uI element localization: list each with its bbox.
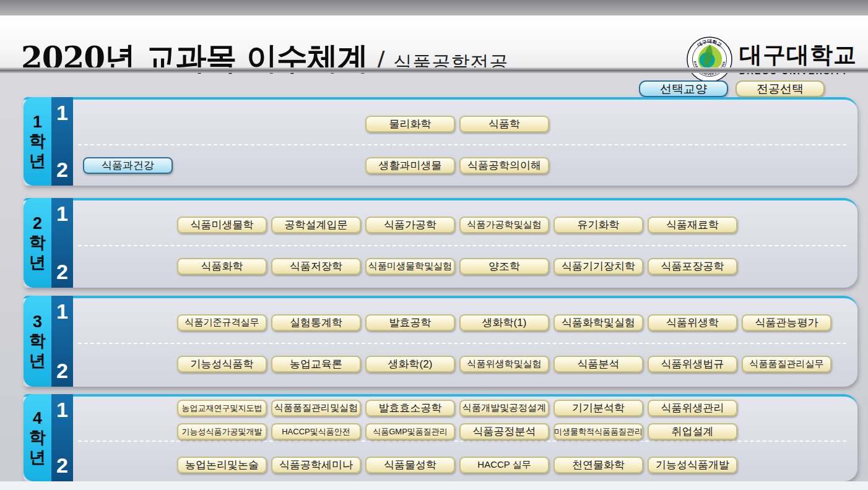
university-name-korean: 대구대학교: [739, 43, 857, 67]
semester-1-number: 1: [51, 101, 73, 125]
course-button[interactable]: 기기분석학: [553, 400, 643, 416]
course-button[interactable]: 식품위생학: [648, 314, 737, 331]
semester-column: 12: [51, 296, 73, 387]
semester-1-number: 1: [51, 202, 73, 226]
course-button[interactable]: 기능성식품개발: [648, 457, 737, 473]
course-button[interactable]: 식품화학: [177, 258, 267, 275]
course-button[interactable]: 발효효소공학: [365, 400, 455, 416]
semester-1-number: 1: [51, 398, 73, 422]
course-button[interactable]: 식품공학의이해: [459, 157, 549, 174]
course-button[interactable]: 식품GMP및품질관리: [365, 423, 455, 440]
year-3-label: 3학년: [24, 296, 51, 387]
course-button[interactable]: 식품과건강: [83, 157, 173, 174]
course-button[interactable]: 미생물학적식품품질관리: [553, 423, 643, 440]
course-button[interactable]: 천연물화학: [553, 457, 643, 473]
semester-2-number: 2: [51, 359, 73, 383]
course-button[interactable]: 식품품질관리실무: [742, 356, 831, 372]
semester-2-number: 2: [51, 260, 73, 284]
footer-strip: [0, 481, 868, 490]
year-label-char: 년: [29, 254, 46, 271]
semester-divider: [78, 343, 846, 344]
course-button[interactable]: 생화학(2): [365, 356, 455, 372]
course-button[interactable]: 식품위생관리: [648, 400, 737, 416]
legend-major-button[interactable]: 전공선택: [736, 80, 825, 97]
course-button[interactable]: 식품저장학: [271, 258, 361, 275]
course-button[interactable]: 기능성식품가공및개발: [177, 423, 267, 440]
year-label-char: 1: [33, 113, 42, 131]
course-button[interactable]: 농업논리및논술: [177, 457, 267, 473]
year-label-char: 학: [29, 234, 46, 251]
year-label-char: 학: [29, 429, 46, 446]
year-2-label: 2학년: [24, 198, 51, 288]
course-button[interactable]: 실험통계학: [271, 314, 361, 331]
course-button[interactable]: HACCP 실무: [459, 457, 549, 473]
university-logo: 대구대학교 DAEGU UNIVERSITY 1956 대구대학교 DAEGU …: [686, 36, 857, 83]
year-4-label: 4학년: [24, 394, 51, 481]
course-button[interactable]: 식품품질관리및실험: [271, 400, 361, 416]
top-gray-bar: [0, 0, 868, 15]
year-1-label: 1학년: [24, 97, 51, 186]
course-button[interactable]: 공학설계입문: [271, 217, 361, 233]
course-button[interactable]: 식품학: [459, 116, 549, 132]
year-block-2: 2학년12식품미생물학공학설계입문식품가공학식품가공학및실험유기화학식품재료학식…: [24, 198, 857, 288]
slide-page: 2020년 교과목 이수체계 / 식품공학전공 대구대학교 DAEGU UNIV…: [0, 0, 868, 490]
year-label-char: 학: [29, 332, 46, 350]
course-button[interactable]: 물리화학: [365, 116, 455, 132]
semester-1-number: 1: [51, 299, 73, 324]
course-button[interactable]: 식품가공학및실험: [459, 217, 549, 233]
course-button[interactable]: 식품개발및공정설계: [459, 400, 549, 416]
semester-column: 12: [51, 198, 73, 288]
course-button[interactable]: 식품재료학: [648, 217, 737, 233]
course-button[interactable]: 식품미생물학및실험: [365, 258, 455, 275]
course-button[interactable]: 식품미생물학: [177, 217, 267, 233]
course-button[interactable]: 식품기준규격실무: [177, 314, 267, 331]
course-button[interactable]: 취업설계: [648, 423, 737, 440]
semester-2-number: 2: [51, 158, 73, 182]
year-label-char: 년: [29, 449, 46, 466]
year-label-char: 년: [29, 352, 46, 369]
course-button[interactable]: 생활과미생물: [365, 157, 455, 174]
semester-divider: [78, 245, 846, 246]
course-button[interactable]: 기능성식품학: [177, 356, 267, 372]
course-button[interactable]: 식품포장공학: [648, 258, 737, 275]
course-button[interactable]: 식품공정분석: [459, 423, 549, 440]
year-label-char: 3: [33, 313, 42, 330]
year-label-char: 4: [33, 410, 42, 427]
course-button[interactable]: 양조학: [459, 258, 549, 275]
semester-column: 12: [51, 394, 73, 481]
course-button[interactable]: 식품관능평가: [742, 314, 831, 331]
year-label-char: 2: [33, 215, 42, 232]
semester-divider: [78, 441, 846, 442]
course-button[interactable]: 식품가공학: [365, 217, 455, 233]
year-label-char: 학: [29, 132, 46, 150]
course-button[interactable]: 식품분석: [553, 356, 643, 372]
course-button[interactable]: 식품위생학및실험: [459, 356, 549, 372]
course-button[interactable]: 식품위생법규: [648, 356, 737, 372]
legend-elective-button[interactable]: 선택교양: [639, 80, 728, 97]
semester-2-number: 2: [51, 453, 73, 478]
header: 2020년 교과목 이수체계 / 식품공학전공 대구대학교 DAEGU UNIV…: [0, 15, 868, 67]
university-seal-icon: 대구대학교 DAEGU UNIVERSITY 1956: [686, 36, 733, 83]
semester-divider: [78, 144, 846, 145]
year-block-4: 4학년12농업교재연구및지도법식품품질관리및실험발효효소공학식품개발및공정설계기…: [24, 394, 857, 481]
course-button[interactable]: 식품기기장치학: [553, 258, 643, 275]
year-block-1: 1학년12물리화학식품학식품과건강생활과미생물식품공학의이해: [24, 97, 857, 186]
year-block-3: 3학년12식품기준규격실무실험통계학발효공학생화학(1)식품화학및실험식품위생학…: [24, 296, 857, 387]
semester-column: 12: [51, 97, 73, 186]
course-button[interactable]: 유기화학: [553, 217, 643, 233]
course-button[interactable]: 식품물성학: [365, 457, 455, 473]
course-button[interactable]: 농업교재연구및지도법: [177, 400, 267, 416]
course-button[interactable]: 식품공학세미나: [271, 457, 361, 473]
course-button[interactable]: HACCP및식품안전: [271, 423, 361, 440]
year-label-char: 년: [29, 152, 46, 170]
header-divider-line: [0, 67, 868, 73]
course-button[interactable]: 농업교육론: [271, 356, 361, 372]
course-button[interactable]: 생화학(1): [459, 314, 549, 331]
course-button[interactable]: 식품화학및실험: [553, 314, 643, 331]
course-button[interactable]: 발효공학: [365, 314, 455, 331]
